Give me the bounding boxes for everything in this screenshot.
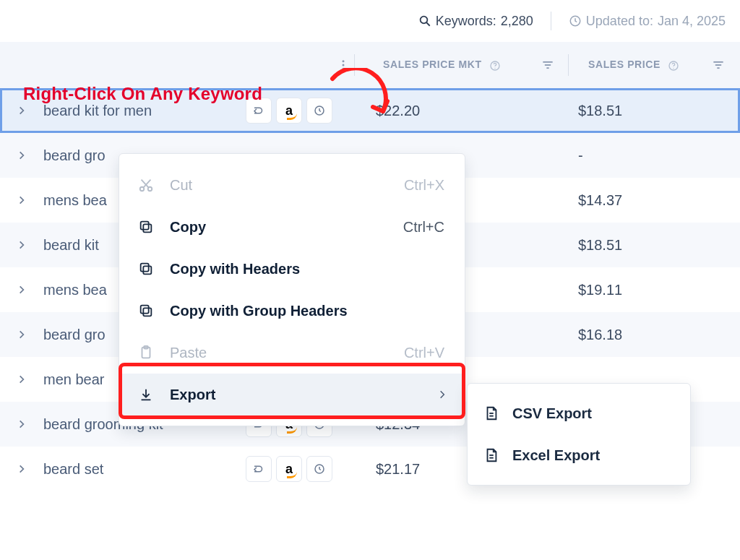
help-icon[interactable] (668, 60, 679, 72)
ctx-copy[interactable]: Copy Ctrl+C (119, 206, 465, 248)
svg-point-20 (148, 187, 152, 191)
updated-date: Jan 4, 2025 (658, 14, 726, 29)
svg-point-7 (494, 67, 495, 68)
sales-price-value: $18.51 (571, 103, 740, 119)
svg-point-19 (140, 187, 145, 191)
expand-icon[interactable] (0, 105, 43, 116)
sales-price-value: $19.11 (571, 282, 740, 298)
amazon-icon[interactable]: a (276, 456, 302, 482)
sales-price-value: $16.18 (571, 327, 740, 343)
svg-point-0 (420, 17, 427, 24)
svg-rect-25 (143, 266, 151, 274)
ctx-paste-label: Paste (170, 345, 207, 361)
expand-icon[interactable] (0, 464, 43, 474)
column-divider (568, 54, 569, 76)
sales-price-value: $14.37 (571, 192, 740, 209)
copy-icon (137, 303, 155, 319)
expand-icon[interactable] (0, 195, 43, 205)
sales-price-mkt-value: $22.20 (361, 103, 571, 119)
ctx-copy-headers[interactable]: Copy with Headers (119, 248, 465, 290)
keyword-text: beard set (43, 461, 246, 478)
ctx-copy-group-headers-label: Copy with Group Headers (170, 303, 348, 319)
export-csv[interactable]: CSV Export (468, 392, 690, 434)
keyword-count: Keywords: 2,280 (418, 14, 533, 29)
chevron-right-icon (437, 389, 447, 400)
ctx-export-label: Export (170, 387, 215, 403)
help-icon[interactable] (489, 60, 501, 72)
ctx-copy-headers-label: Copy with Headers (170, 261, 300, 277)
copy-icon (137, 261, 155, 277)
column-sales-price-label: SALES PRICE (588, 59, 661, 70)
info-bar: Keywords: 2,280 Updated to: Jan 4, 2025 (0, 0, 740, 42)
expand-icon[interactable] (0, 240, 43, 250)
row-icons: a (246, 98, 361, 124)
expand-icon[interactable] (0, 150, 43, 160)
svg-rect-27 (143, 308, 151, 316)
column-sales-price-mkt-label: SALES PRICE MKT (383, 59, 482, 70)
ctx-copy-group-headers[interactable]: Copy with Group Headers (119, 290, 465, 332)
export-excel-label: Excel Export (512, 447, 600, 464)
column-divider (354, 54, 355, 76)
amazon-icon[interactable]: a (276, 98, 302, 124)
svg-line-1 (426, 22, 430, 26)
keywords-label: Keywords: (436, 14, 496, 29)
keywords-count: 2,280 (501, 14, 533, 29)
table-header: SALES PRICE MKT SALES PRICE (0, 42, 740, 88)
file-icon (483, 405, 499, 421)
ctx-cut-shortcut: Ctrl+X (404, 177, 444, 194)
svg-rect-24 (141, 222, 149, 230)
ctx-export[interactable]: Export (119, 374, 465, 415)
info-divider (551, 12, 551, 30)
svg-point-3 (343, 60, 345, 62)
filter-icon[interactable] (711, 58, 726, 72)
svg-point-4 (343, 64, 345, 66)
ctx-copy-shortcut: Ctrl+C (403, 219, 444, 236)
export-submenu: CSV Export Excel Export (467, 383, 691, 486)
history-icon[interactable] (306, 98, 332, 124)
row-icons: a (246, 456, 361, 482)
updated-info: Updated to: Jan 4, 2025 (569, 14, 726, 29)
svg-point-12 (674, 67, 674, 68)
file-icon (483, 447, 499, 463)
ctx-copy-label: Copy (170, 219, 206, 236)
search-icon (418, 14, 431, 27)
expand-icon[interactable] (0, 419, 43, 429)
cut-icon (137, 177, 155, 193)
sales-price-value: $18.51 (571, 237, 740, 254)
export-csv-label: CSV Export (512, 405, 592, 422)
keyword-text: beard kit for men (43, 103, 246, 119)
ctx-paste: Paste Ctrl+V (119, 332, 465, 374)
ctx-paste-shortcut: Ctrl+V (404, 345, 444, 361)
copy-icon (137, 219, 155, 235)
clock-icon (569, 14, 582, 27)
sales-price-value: - (571, 147, 740, 164)
expand-icon[interactable] (0, 329, 43, 340)
history-icon[interactable] (306, 456, 332, 482)
column-menu-icon[interactable] (337, 59, 350, 72)
source-icon[interactable] (246, 456, 272, 482)
download-icon (137, 387, 155, 402)
expand-icon[interactable] (0, 374, 43, 384)
svg-rect-23 (143, 224, 151, 232)
updated-label: Updated to: (586, 14, 653, 29)
annotation-text: Right-Click On Any Keyword (23, 84, 262, 104)
paste-icon (137, 345, 155, 361)
filter-icon[interactable] (541, 58, 555, 72)
svg-rect-26 (141, 264, 149, 272)
ctx-cut: Cut Ctrl+X (119, 164, 465, 206)
context-menu: Cut Ctrl+X Copy Ctrl+C Copy with Headers… (119, 153, 465, 426)
svg-rect-28 (141, 306, 149, 314)
export-excel[interactable]: Excel Export (468, 434, 690, 476)
svg-point-5 (343, 68, 345, 70)
ctx-cut-label: Cut (170, 177, 192, 194)
expand-icon[interactable] (0, 285, 43, 295)
